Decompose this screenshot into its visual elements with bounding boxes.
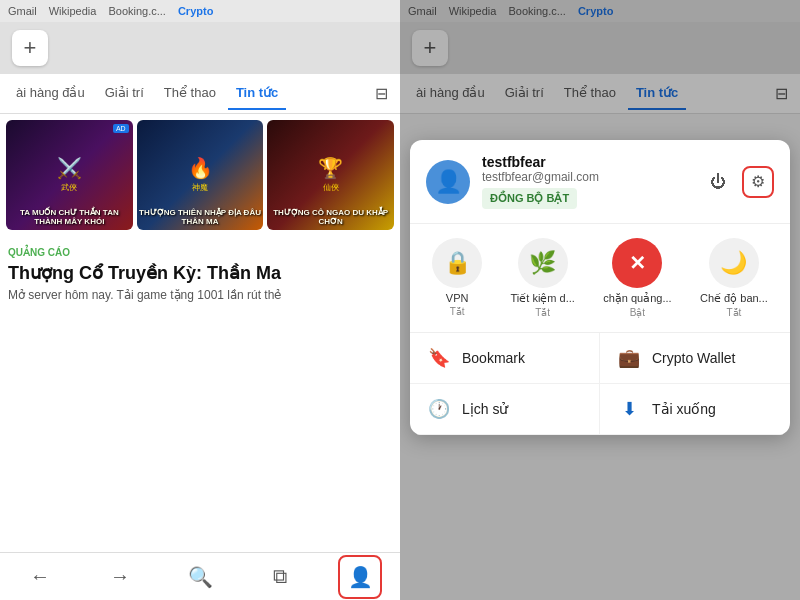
bottom-nav-left: ← → 🔍 ⧉ 👤 [0, 552, 400, 600]
right-panel: Gmail Wikipedia Booking.c... Crypto + ài… [400, 0, 800, 600]
vpn-icon-container: 🔒 [432, 238, 482, 288]
game-banner-3[interactable]: 🏆 仙俠 THƯỢNG CÔ NGAO DU KHẮP CHƠN [267, 120, 394, 230]
search-button[interactable]: 🔍 [178, 555, 222, 599]
user-profile-section: 👤 testfbfear testfbfear@gmail.com ĐỒNG B… [410, 140, 790, 224]
savings-sublabel: Tắt [535, 307, 550, 318]
history-label: Lịch sử [462, 401, 508, 417]
avatar-icon: 👤 [435, 169, 462, 195]
history-icon: 🕐 [426, 398, 452, 420]
overlay-menu: 👤 testfbfear testfbfear@gmail.com ĐỒNG B… [410, 140, 790, 435]
account-button-left[interactable]: 👤 [338, 555, 382, 599]
settings-button[interactable]: ⚙ [742, 166, 774, 198]
left-panel: Gmail Wikipedia Booking.c... Crypto + ài… [0, 0, 400, 600]
moon-icon: 🌙 [720, 250, 747, 276]
vpn-sublabel: Tắt [450, 306, 465, 317]
bookmark-menu-item[interactable]: 🔖 Bookmark [410, 333, 600, 384]
user-email: testfbfear@gmail.com [482, 170, 690, 184]
download-menu-item[interactable]: ⬇ Tải xuống [600, 384, 790, 435]
user-info: testfbfear testfbfear@gmail.com ĐỒNG BỘ … [482, 154, 690, 209]
nav-tab-thethao-left[interactable]: Thể thao [156, 77, 224, 110]
block-ads-quick-action[interactable]: ✕ chặn quảng... Bật [603, 238, 671, 318]
power-icon: ⏻ [710, 173, 726, 191]
tabs-button[interactable]: ⧉ [258, 555, 302, 599]
darkmode-sublabel: Tắt [726, 307, 741, 318]
vpn-quick-action[interactable]: 🔒 VPN Tắt [432, 238, 482, 318]
block-icon: ✕ [629, 251, 646, 275]
settings-icon: ⚙ [751, 172, 765, 191]
nav-tabs-left: ài hàng đầu Giải trí Thể thao Tin tức ⊟ [0, 74, 400, 114]
nav-tab-hangdau-left[interactable]: ài hàng đầu [8, 77, 93, 110]
back-button[interactable]: ← [18, 555, 62, 599]
darkmode-label: Chế độ ban... [700, 292, 768, 305]
content-area-left: AD ⚔️ 武俠 TA MUỐN CHƯ THẦN TAN THÀNH MÂY … [0, 114, 400, 552]
crypto-wallet-menu-item[interactable]: 💼 Crypto Wallet [600, 333, 790, 384]
profile-actions: ⏻ ⚙ [702, 166, 774, 198]
sync-button[interactable]: ĐỒNG BỘ BẬT [482, 188, 577, 209]
savings-label: Tiết kiệm d... [511, 292, 575, 305]
new-tab-area-left: + [0, 22, 400, 74]
new-tab-button-left[interactable]: + [12, 30, 48, 66]
ad-subtitle: Mở server hôm nay. Tải game tặng 1001 lầ… [0, 286, 400, 310]
game-banner-2[interactable]: 🔥 神魔 THƯỢNG THIÊN NHẬP ĐỊA ĐÂU THÂN MA [137, 120, 264, 230]
power-button[interactable]: ⏻ [702, 166, 734, 198]
nav-tab-giaithao-left[interactable]: Giải trí [97, 77, 152, 110]
filter-icon-left[interactable]: ⊟ [371, 80, 392, 107]
ad-section: QUẢNG CÁO [0, 236, 400, 260]
quick-actions-section: 🔒 VPN Tắt 🌿 Tiết kiệm d... Tắt ✕ chặn qu… [410, 224, 790, 333]
banner-text-3: THƯỢNG CÔ NGAO DU KHẮP CHƠN [269, 208, 392, 226]
darkmode-quick-action[interactable]: 🌙 Chế độ ban... Tắt [700, 238, 768, 318]
moon-icon-container: 🌙 [709, 238, 759, 288]
bookmark-icon: 🔖 [426, 347, 452, 369]
nav-tab-tintuc-left[interactable]: Tin tức [228, 77, 286, 110]
tab-crypto-left[interactable]: Crypto [178, 5, 213, 17]
vpn-icon: 🔒 [444, 250, 471, 276]
block-label: chặn quảng... [603, 292, 671, 305]
savings-quick-action[interactable]: 🌿 Tiết kiệm d... Tắt [511, 238, 575, 318]
download-icon: ⬇ [616, 398, 642, 420]
user-name: testfbfear [482, 154, 690, 170]
forward-button[interactable]: → [98, 555, 142, 599]
browser-tabs-left: Gmail Wikipedia Booking.c... Crypto [0, 0, 400, 22]
vpn-label: VPN [446, 292, 469, 304]
tab-wikipedia-left[interactable]: Wikipedia [49, 5, 97, 17]
banner-text-2: THƯỢNG THIÊN NHẬP ĐỊA ĐÂU THÂN MA [139, 208, 262, 226]
game-banner-1[interactable]: AD ⚔️ 武俠 TA MUỐN CHƯ THẦN TAN THÀNH MÂY … [6, 120, 133, 230]
ad-label: QUẢNG CÁO [8, 247, 70, 258]
history-menu-item[interactable]: 🕐 Lịch sử [410, 384, 600, 435]
bookmark-label: Bookmark [462, 350, 525, 366]
savings-icon-container: 🌿 [518, 238, 568, 288]
menu-items-grid: 🔖 Bookmark 💼 Crypto Wallet 🕐 Lịch sử ⬇ T… [410, 333, 790, 435]
leaf-icon: 🌿 [529, 250, 556, 276]
ad-title: Thượng Cổ Truyền Kỳ: Thần Ma [0, 260, 400, 286]
crypto-wallet-label: Crypto Wallet [652, 350, 736, 366]
tab-booking-left[interactable]: Booking.c... [108, 5, 165, 17]
user-avatar: 👤 [426, 160, 470, 204]
download-label: Tải xuống [652, 401, 716, 417]
banner-text-1: TA MUỐN CHƯ THẦN TAN THÀNH MÂY KHÓI [8, 208, 131, 226]
game-banners: AD ⚔️ 武俠 TA MUỐN CHƯ THẦN TAN THÀNH MÂY … [0, 114, 400, 236]
block-sublabel: Bật [630, 307, 645, 318]
block-icon-container: ✕ [612, 238, 662, 288]
crypto-wallet-icon: 💼 [616, 347, 642, 369]
tab-gmail-left[interactable]: Gmail [8, 5, 37, 17]
